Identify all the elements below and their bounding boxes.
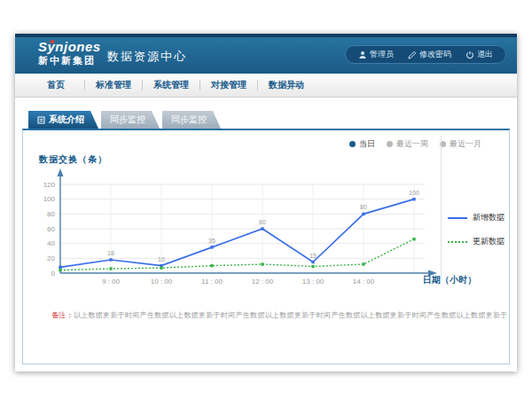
svg-text:100: 100 xyxy=(409,190,419,196)
radio-today[interactable]: 当日 xyxy=(349,138,375,150)
svg-text:20: 20 xyxy=(47,254,55,262)
svg-text:9 : 00: 9 : 00 xyxy=(102,278,121,286)
tab-label: 同步监控 xyxy=(171,111,207,129)
tab-label: 系统介绍 xyxy=(49,111,84,129)
legend-label: 新增数据 xyxy=(473,212,505,223)
time-range-filter: 当日 最近一周 最近一月 xyxy=(349,138,481,150)
footnote-prefix: 备注： xyxy=(51,311,74,319)
radio-label: 当日 xyxy=(359,138,375,150)
radio-dot xyxy=(349,141,356,147)
svg-text:80: 80 xyxy=(47,210,55,218)
legend-item-new-data[interactable]: 新增数据 xyxy=(448,212,505,223)
current-user[interactable]: 管理员 xyxy=(351,49,401,60)
svg-text:100: 100 xyxy=(43,195,56,203)
footnote-text: 以上数据更新于时间产生数据以上数据更新于时间产生数据以上数据更新于时间产生数据以… xyxy=(74,311,508,319)
legend-item-updated-data[interactable]: 更新数据 xyxy=(448,236,505,247)
user-name-label: 管理员 xyxy=(370,49,394,60)
dotted-line-swatch xyxy=(448,241,467,243)
svg-text:15: 15 xyxy=(309,253,317,259)
app-window: Synjones 新中新集团 数据资源中心 管理员 修改密码 xyxy=(15,34,517,372)
user-toolbar: 管理员 修改密码 退出 xyxy=(345,45,506,64)
chart-panel: 当日 最近一周 最近一月 数据交换（条） 0204060801001209 : … xyxy=(22,129,510,364)
svg-text:11 : 00: 11 : 00 xyxy=(201,278,223,286)
logout-label: 退出 xyxy=(477,49,493,60)
radio-last-month[interactable]: 最近一月 xyxy=(440,138,481,150)
svg-text:10: 10 xyxy=(158,256,165,262)
change-password-button[interactable]: 修改密码 xyxy=(401,49,458,60)
logo-subtext: 新中新集团 xyxy=(38,55,101,66)
change-password-label: 修改密码 xyxy=(419,49,451,60)
svg-text:10 : 00: 10 : 00 xyxy=(151,278,173,286)
line-chart: 0204060801001209 : 0010 : 0011 : 0012 : … xyxy=(23,166,440,294)
logout-button[interactable]: 退出 xyxy=(458,49,500,60)
svg-text:35: 35 xyxy=(208,238,215,244)
svg-text:12 : 00: 12 : 00 xyxy=(252,278,274,286)
document-icon xyxy=(37,116,45,124)
tab-system-intro[interactable]: 系统介绍 xyxy=(28,111,98,129)
footnote: 备注：以上数据更新于时间产生数据以上数据更新于时间产生数据以上数据更新于时间产生… xyxy=(51,310,508,320)
page-title: 数据资源中心 xyxy=(107,49,187,65)
main-nav: 首页 标准管理 系统管理 对接管理 数据异动 xyxy=(15,74,517,98)
svg-text:40: 40 xyxy=(47,239,55,247)
nav-item-standard-mgmt[interactable]: 标准管理 xyxy=(85,79,142,91)
tab-label: 同步监控 xyxy=(110,111,145,129)
power-icon xyxy=(466,51,474,59)
content-area: 系统介绍 同步监控 同步监控 当日 最近一周 xyxy=(15,98,517,372)
user-icon xyxy=(358,51,367,59)
nav-item-system-mgmt[interactable]: 系统管理 xyxy=(143,79,200,91)
legend-label: 更新数据 xyxy=(473,236,505,247)
svg-text:60: 60 xyxy=(47,225,55,233)
nav-item-home[interactable]: 首页 xyxy=(27,79,84,91)
y-axis-title: 数据交换（条） xyxy=(39,153,107,166)
tab-sync-monitor-1[interactable]: 同步监控 xyxy=(101,111,160,129)
chart-legend-divider xyxy=(441,136,442,278)
radio-label: 最近一周 xyxy=(396,138,428,150)
svg-text:80: 80 xyxy=(360,204,367,210)
radio-dot xyxy=(387,141,393,147)
edit-icon xyxy=(408,51,417,59)
app-header: Synjones 新中新集团 数据资源中心 管理员 修改密码 xyxy=(15,34,517,74)
svg-text:60: 60 xyxy=(259,219,266,225)
company-logo: Synjones 新中新集团 xyxy=(38,40,101,66)
svg-text:13 : 00: 13 : 00 xyxy=(302,278,325,286)
nav-item-interface-mgmt[interactable]: 对接管理 xyxy=(200,79,257,91)
solid-line-swatch xyxy=(448,217,467,219)
radio-label: 最近一月 xyxy=(450,138,481,150)
x-axis-title: 日期（小时） xyxy=(423,274,476,286)
tab-bar: 系统介绍 同步监控 同步监控 xyxy=(28,111,223,129)
svg-text:120: 120 xyxy=(43,181,56,189)
radio-last-week[interactable]: 最近一周 xyxy=(387,138,428,150)
tab-sync-monitor-2[interactable]: 同步监控 xyxy=(162,111,221,129)
logo-text: Synjones xyxy=(38,40,101,55)
chart-legend: 新增数据 更新数据 xyxy=(448,212,505,260)
svg-text:14 : 00: 14 : 00 xyxy=(353,278,375,286)
svg-text:0: 0 xyxy=(51,270,56,278)
nav-item-data-change[interactable]: 数据异动 xyxy=(258,79,315,91)
svg-text:18: 18 xyxy=(107,250,114,256)
